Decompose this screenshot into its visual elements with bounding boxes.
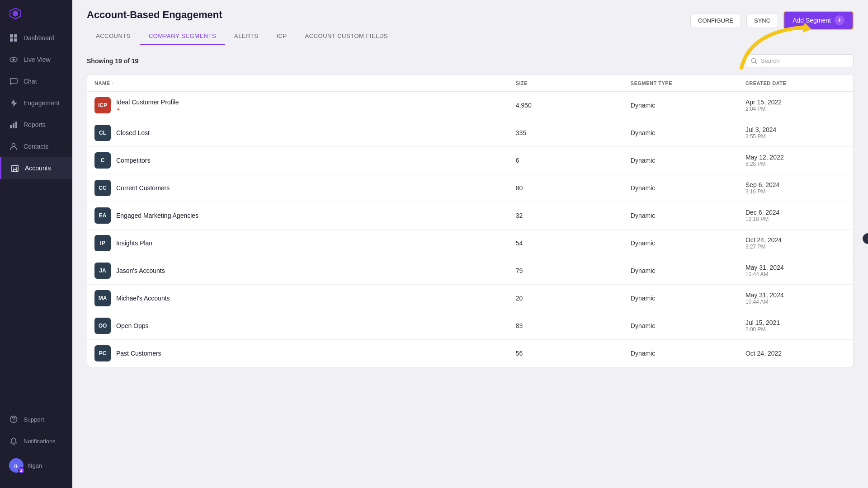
segment-icon: JA xyxy=(94,263,111,279)
segment-type-cell: Dynamic xyxy=(623,92,738,119)
segment-type-cell: Dynamic xyxy=(623,230,738,257)
segment-name-text: Michael's Accounts xyxy=(116,295,170,302)
segment-name-text: Open Opps xyxy=(116,322,149,329)
segment-icon: C xyxy=(94,152,111,169)
svg-point-5 xyxy=(13,59,15,61)
segment-name-text: Closed Lost xyxy=(116,129,150,136)
created-time: 8:28 PM xyxy=(745,161,846,167)
table-row[interactable]: EA Engaged Marketing Agencies 32 Dynamic… xyxy=(87,202,853,230)
created-date: May 31, 2024 xyxy=(745,264,846,271)
segment-info: Open Opps xyxy=(116,322,149,329)
sidebar-item-reports-label: Reports xyxy=(24,121,46,128)
table-row[interactable]: JA Jason's Accounts 79 Dynamic May 31, 2… xyxy=(87,257,853,285)
sidebar-item-engagement[interactable]: Engagement xyxy=(0,92,72,114)
tab-company-segments[interactable]: COMPANY SEGMENTS xyxy=(140,28,225,45)
sidebar-item-accounts[interactable]: Accounts xyxy=(0,157,72,179)
segment-type-cell: Dynamic xyxy=(623,312,738,340)
bar-chart-icon xyxy=(9,120,18,129)
svg-rect-7 xyxy=(13,123,14,128)
col-header-created-date: CREATED DATE xyxy=(738,75,853,92)
segment-info: Closed Lost xyxy=(116,129,150,136)
segment-size-cell: 6 xyxy=(509,147,623,174)
segment-info: Past Customers xyxy=(116,350,161,357)
tab-alerts[interactable]: ALERTS xyxy=(225,28,267,45)
sidebar-item-contacts-label: Contacts xyxy=(24,143,48,150)
sidebar-item-reports[interactable]: Reports xyxy=(0,114,72,136)
table-row[interactable]: IP Insights Plan 54 Dynamic Oct 24, 2024… xyxy=(87,230,853,257)
created-date: May 31, 2024 xyxy=(745,291,846,299)
segment-type-cell: Dynamic xyxy=(623,340,738,367)
created-date: May 12, 2022 xyxy=(745,154,846,161)
segment-icon: IP xyxy=(94,235,111,251)
table-row[interactable]: CC Current Customers 80 Dynamic Sep 6, 2… xyxy=(87,174,853,202)
segment-size-cell: 20 xyxy=(509,285,623,312)
sidebar-item-support[interactable]: Support xyxy=(0,408,72,430)
user-name: Ngan xyxy=(28,462,42,469)
main-wrapper: Account-Based Engagement ACCOUNTS COMPAN… xyxy=(72,0,868,488)
avatar: g. 1 xyxy=(9,458,24,473)
col-header-size: SIZE xyxy=(509,75,623,92)
table-row[interactable]: ICP Ideal Customer Profile ✦ 4,950 Dynam… xyxy=(87,92,853,119)
content-toolbar: Showing 19 of 19 xyxy=(87,54,854,67)
segment-size-cell: 54 xyxy=(509,230,623,257)
svg-rect-1 xyxy=(14,34,17,38)
tab-icp[interactable]: ICP xyxy=(267,28,296,45)
segment-name-cell: CL Closed Lost xyxy=(87,119,509,147)
sidebar-item-contacts[interactable]: Contacts xyxy=(0,136,72,157)
segment-size-cell: 4,950 xyxy=(509,92,623,119)
add-segment-label: Add Segment xyxy=(793,17,831,24)
segment-name-text: Engaged Marketing Agencies xyxy=(116,212,198,219)
segment-name-cell: ICP Ideal Customer Profile ✦ xyxy=(87,92,509,119)
eye-icon xyxy=(9,55,18,64)
sidebar-item-live-view[interactable]: Live View xyxy=(0,49,72,70)
segment-name-cell: MA Michael's Accounts xyxy=(87,285,509,312)
segment-size-cell: 335 xyxy=(509,119,623,147)
table-row[interactable]: OO Open Opps 83 Dynamic Jul 15, 2021 2:0… xyxy=(87,312,853,340)
main-content: Account-Based Engagement ACCOUNTS COMPAN… xyxy=(72,0,868,488)
table-row[interactable]: CL Closed Lost 335 Dynamic Jul 3, 2024 3… xyxy=(87,119,853,147)
user-avatar-container[interactable]: g. 1 Ngan xyxy=(0,452,72,479)
segment-name-cell: JA Jason's Accounts xyxy=(87,257,509,285)
created-date: Sep 6, 2024 xyxy=(745,181,846,188)
created-time: 2:04 PM xyxy=(745,106,846,112)
segment-info: Michael's Accounts xyxy=(116,295,170,302)
svg-line-13 xyxy=(755,62,757,64)
created-time: 3:16 PM xyxy=(745,188,846,195)
segment-name-text: Ideal Customer Profile xyxy=(116,99,179,106)
table-row[interactable]: PC Past Customers 56 Dynamic Oct 24, 202… xyxy=(87,340,853,367)
segment-info: Jason's Accounts xyxy=(116,267,165,274)
col-header-name[interactable]: NAME xyxy=(87,75,509,92)
sidebar-item-live-view-label: Live View xyxy=(24,56,51,63)
search-input[interactable] xyxy=(761,57,848,64)
plus-icon: + xyxy=(835,15,844,25)
col-header-segment-type: SEGMENT TYPE xyxy=(623,75,738,92)
segment-type-cell: Dynamic xyxy=(623,257,738,285)
segment-size-cell: 83 xyxy=(509,312,623,340)
lightning-icon xyxy=(9,99,18,108)
segment-icon: CL xyxy=(94,125,111,141)
table-row[interactable]: MA Michael's Accounts 20 Dynamic May 31,… xyxy=(87,285,853,312)
svg-rect-6 xyxy=(10,125,12,128)
add-segment-button[interactable]: Add Segment + xyxy=(783,11,854,30)
segment-name-cell: CC Current Customers xyxy=(87,174,509,202)
segment-name-cell: EA Engaged Marketing Agencies xyxy=(87,202,509,230)
sidebar-item-dashboard[interactable]: Dashboard xyxy=(0,27,72,49)
sync-button[interactable]: SYNC xyxy=(746,13,778,28)
segment-date-cell: Oct 24, 2022 xyxy=(738,340,853,367)
tab-account-custom-fields[interactable]: ACCOUNT CUSTOM FIELDS xyxy=(296,28,397,45)
segment-icon: EA xyxy=(94,207,111,224)
tab-accounts[interactable]: ACCOUNTS xyxy=(87,28,140,45)
segment-date-cell: Dec 6, 2024 12:10 PM xyxy=(738,202,853,230)
segment-info: Current Customers xyxy=(116,184,170,192)
logo[interactable] xyxy=(0,0,72,27)
segment-date-cell: Jul 3, 2024 3:55 PM xyxy=(738,119,853,147)
table-row[interactable]: C Competitors 6 Dynamic May 12, 2022 8:2… xyxy=(87,147,853,174)
segment-date-cell: Oct 24, 2024 3:27 PM xyxy=(738,230,853,257)
sidebar-item-dashboard-label: Dashboard xyxy=(24,34,55,42)
configure-button[interactable]: CONFIGURE xyxy=(690,13,741,28)
segment-icon: CC xyxy=(94,180,111,196)
sidebar-item-notifications[interactable]: Notifications xyxy=(0,430,72,452)
table-body: ICP Ideal Customer Profile ✦ 4,950 Dynam… xyxy=(87,92,853,367)
header-actions: CONFIGURE SYNC Add Segment + xyxy=(690,9,854,30)
sidebar-item-chat[interactable]: Chat xyxy=(0,70,72,92)
